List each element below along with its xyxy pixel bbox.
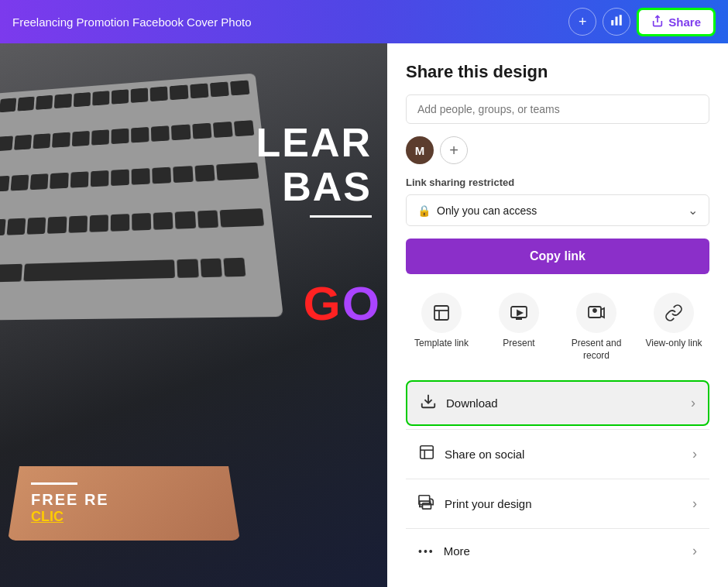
present-record-icon (576, 293, 616, 333)
access-dropdown[interactable]: 🔒 Only you can access ⌄ (406, 194, 709, 226)
bar-chart-icon (610, 13, 623, 31)
print-label: Print your design (445, 497, 532, 510)
svg-rect-1 (616, 16, 618, 25)
share-panel: Share this design M + Link sharing restr… (387, 43, 728, 587)
analytics-button[interactable] (603, 8, 630, 36)
share-social-icon (418, 444, 435, 465)
share-options-grid: Template link Present Present and record… (406, 293, 709, 362)
svg-rect-2 (620, 15, 622, 26)
document-title: Freelancing Promotion Facebook Cover Pho… (12, 15, 252, 29)
divider-2 (406, 479, 709, 479)
template-link-option[interactable]: Template link (406, 293, 477, 362)
add-person-button[interactable]: + (440, 136, 468, 164)
link-sharing-label: Link sharing restricted (406, 177, 709, 188)
share-social-left: Share on social (418, 444, 524, 465)
header-left: Freelancing Promotion Facebook Cover Pho… (12, 15, 252, 29)
plus-icon: + (579, 14, 587, 30)
more-icon: ••• (418, 545, 434, 558)
main-content: LEARBAS G O FREE RE CLIC Share this desi… (0, 43, 728, 587)
present-icon (499, 293, 539, 333)
go-g: G (304, 276, 341, 331)
svg-rect-3 (434, 306, 448, 320)
svg-marker-7 (517, 311, 522, 315)
svg-point-9 (593, 309, 596, 312)
print-chevron: › (692, 496, 697, 512)
add-button[interactable]: + (568, 8, 596, 36)
avatar: M (406, 136, 434, 164)
present-record-option[interactable]: Present and record (561, 293, 632, 362)
lock-icon: 🔒 (417, 204, 431, 217)
share-social-label: Share on social (445, 448, 524, 461)
svg-rect-10 (421, 446, 434, 459)
template-link-label: Template link (414, 338, 469, 350)
divider-3 (406, 528, 709, 529)
download-label: Download (446, 396, 498, 410)
avatar-row: M + (406, 136, 709, 164)
share-social-chevron: › (692, 446, 697, 462)
download-item-left: Download (420, 393, 498, 414)
click-text: CLIC (31, 509, 109, 525)
canvas-area: LEARBAS G O FREE RE CLIC (0, 43, 387, 587)
header-right: + Share (568, 8, 716, 36)
canvas-text-learn: LEARBAS (256, 121, 372, 209)
present-label: Present (503, 338, 534, 350)
divider-1 (406, 429, 709, 430)
share-social-list-item[interactable]: Share on social › (406, 433, 709, 475)
canvas-background: LEARBAS G O FREE RE CLIC (0, 43, 387, 587)
chevron-down-icon: ⌄ (688, 203, 698, 218)
print-list-item[interactable]: Print your design › (406, 482, 709, 525)
canvas-bottom-text: FREE RE CLIC (31, 482, 109, 525)
download-list-item[interactable]: Download › (406, 380, 709, 426)
download-icon (420, 393, 437, 414)
view-only-icon (654, 293, 694, 333)
go-o: O (342, 276, 379, 331)
download-chevron-right: › (691, 395, 695, 411)
people-search-input[interactable] (406, 94, 709, 124)
copy-link-button[interactable]: Copy link (406, 239, 709, 274)
template-link-icon (421, 293, 462, 333)
share-label: Share (668, 15, 701, 29)
print-icon (418, 493, 435, 514)
canvas-text-go: G O (304, 276, 379, 331)
present-option[interactable]: Present (483, 293, 555, 362)
share-button[interactable]: Share (637, 8, 716, 36)
more-left: ••• More (418, 544, 470, 558)
share-icon (651, 15, 664, 29)
app-header: Freelancing Promotion Facebook Cover Pho… (0, 0, 728, 43)
more-chevron: › (692, 543, 697, 559)
free-text: FREE RE (31, 491, 109, 509)
print-left: Print your design (418, 493, 532, 514)
view-only-label: View-only link (645, 338, 702, 350)
more-list-item[interactable]: ••• More › (406, 532, 709, 570)
dropdown-left: 🔒 Only you can access (417, 204, 537, 217)
more-label: More (444, 544, 470, 558)
panel-title: Share this design (406, 62, 709, 82)
present-record-label: Present and record (561, 338, 632, 362)
svg-rect-0 (612, 20, 614, 26)
access-option-label: Only you can access (437, 204, 537, 217)
view-only-option[interactable]: View-only link (638, 293, 709, 362)
